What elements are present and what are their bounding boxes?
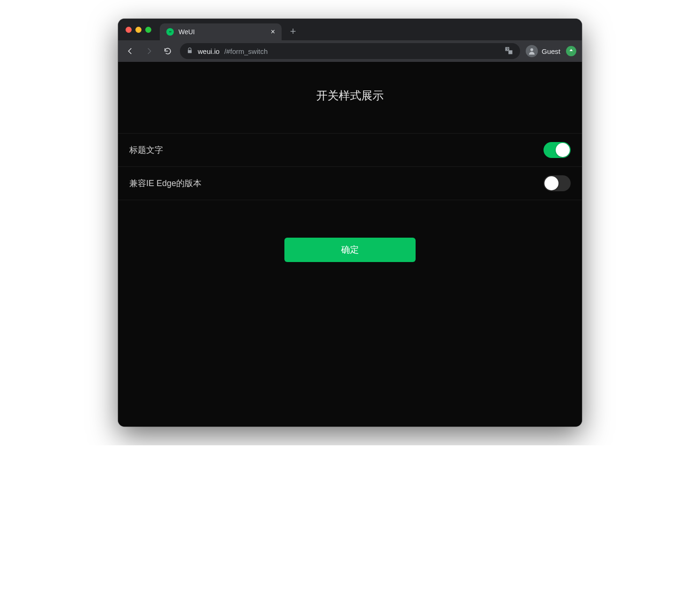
browser-window: •• WeUI × + weui.io/#form_switch 文 (118, 19, 582, 427)
url-path: /#form_switch (224, 47, 268, 55)
window-controls (126, 27, 151, 33)
lock-icon (186, 47, 193, 55)
svg-text:文: 文 (506, 47, 509, 51)
page-header: 开关样式展示 (118, 62, 582, 114)
switch-row-label: 兼容IE Edge的版本 (129, 178, 201, 189)
page-title: 开关样式展示 (129, 88, 571, 103)
reload-button[interactable] (161, 45, 174, 58)
window-minimize-button[interactable] (135, 27, 141, 33)
forward-button[interactable] (142, 45, 156, 58)
browser-toolbar: weui.io/#form_switch 文 Guest (118, 40, 582, 62)
form-cells: 标题文字 兼容IE Edge的版本 (118, 133, 582, 200)
profile-chip[interactable]: Guest (526, 45, 560, 57)
switch-toggle[interactable] (544, 142, 571, 158)
avatar-icon (526, 45, 538, 57)
profile-label: Guest (542, 47, 560, 55)
url-host: weui.io (198, 47, 220, 55)
switch-toggle[interactable] (544, 175, 571, 191)
browser-tab[interactable]: •• WeUI × (160, 23, 282, 40)
button-area: 确定 (118, 200, 582, 273)
switch-row-label: 标题文字 (129, 144, 163, 156)
switch-row: 标题文字 (118, 133, 582, 166)
switch-knob (544, 176, 559, 190)
extension-button[interactable] (566, 46, 576, 56)
new-tab-button[interactable]: + (285, 25, 301, 38)
svg-point-1 (530, 48, 533, 51)
tab-strip: •• WeUI × + (118, 19, 582, 40)
confirm-button[interactable]: 确定 (284, 238, 416, 262)
switch-knob (556, 143, 570, 157)
switch-row: 兼容IE Edge的版本 (118, 166, 582, 200)
close-icon[interactable]: × (271, 28, 275, 36)
page-content: 开关样式展示 标题文字 兼容IE Edge的版本 确定 (118, 62, 582, 427)
wechat-icon: •• (166, 28, 174, 36)
translate-icon[interactable]: 文 (504, 46, 514, 57)
window-maximize-button[interactable] (145, 27, 151, 33)
back-button[interactable] (124, 45, 137, 58)
window-close-button[interactable] (126, 27, 132, 33)
tab-title: WeUI (179, 28, 266, 36)
address-bar[interactable]: weui.io/#form_switch 文 (180, 43, 520, 59)
